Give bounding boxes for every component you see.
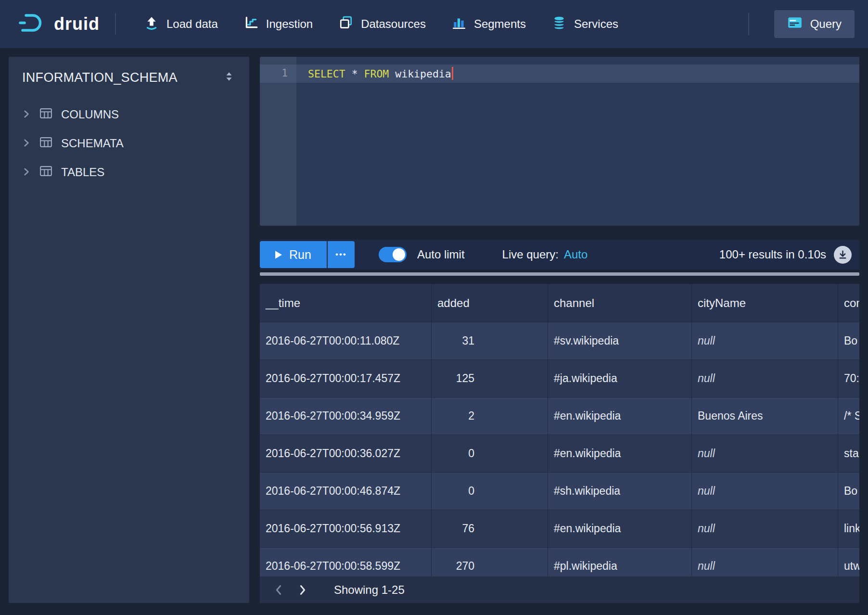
table-cell[interactable]: link [838,510,859,548]
chevron-right-icon [22,108,31,121]
column-header-channel[interactable]: channel [548,284,692,322]
table-cell[interactable]: 2016-06-27T00:00:56.913Z [260,510,432,548]
schema-sidebar: INFORMATION_SCHEMA [9,57,249,603]
tree-item-columns[interactable]: COLUMNS [22,100,236,129]
upload-icon [144,15,159,33]
query-icon [787,15,803,33]
toggle-knob [393,248,405,261]
tree-item-label: COLUMNS [61,108,119,121]
nav-label: Datasources [361,17,426,31]
table-row: 2016-06-27T00:00:36.027Z 0 #en.wikipedia… [260,435,859,473]
sql-identifier: wikipedia [395,68,451,80]
services-icon [552,15,566,33]
next-page-button[interactable] [291,578,315,602]
schema-title: INFORMATION_SCHEMA [22,70,178,85]
sql-keyword: SELECT [308,68,345,80]
live-query-value[interactable]: Auto [564,248,587,261]
sql-star: * [352,68,358,80]
ingestion-icon [244,15,258,33]
sql-editor[interactable]: 1 SELECT * FROM wikipedia [260,57,859,226]
table-cell[interactable]: sta [838,435,859,473]
run-button[interactable]: Run [260,241,327,268]
druid-logo[interactable]: druid [18,12,100,36]
chevron-right-icon [22,166,31,179]
sql-query-text: SELECT * FROM wikipedia [308,67,453,80]
live-query-label: Live query: [502,248,559,261]
previous-page-button[interactable] [267,578,291,602]
schema-selector[interactable]: INFORMATION_SCHEMA [22,68,236,87]
table-cell[interactable]: 2016-06-27T00:00:34.959Z [260,397,432,435]
nav-item-datasources[interactable]: Datasources [326,0,439,48]
table-cell[interactable]: null [692,322,838,360]
auto-limit-toggle[interactable] [379,247,407,262]
column-header-cityname[interactable]: cityName [692,284,838,322]
nav-item-ingestion[interactable]: Ingestion [231,0,326,48]
brand-name: druid [54,14,100,34]
double-caret-icon[interactable] [222,68,236,87]
nav-label: Query [810,17,842,31]
column-header-comment[interactable]: com [838,284,859,322]
table-row: 2016-06-27T00:00:17.457Z 125 #ja.wikiped… [260,360,859,397]
table-cell[interactable]: /* S [838,397,859,435]
line-number: 1 [260,67,288,79]
segments-icon [452,15,466,33]
table-cell[interactable]: #en.wikipedia [548,510,692,548]
nav-label: Segments [474,17,526,31]
run-toolbar: Run ••• Auto limit Live query: Auto 100+… [260,240,859,269]
table-cell[interactable]: 70: [838,360,859,397]
table-cell[interactable]: 2016-06-27T00:00:11.080Z [260,322,432,360]
table-cell[interactable]: 2016-06-27T00:00:46.874Z [260,473,432,510]
results-panel: __time added channel cityName com 2016-0… [260,284,859,603]
table-cell[interactable]: 76 [432,510,548,548]
schema-tree: COLUMNS SCHEMATA [22,100,236,187]
topbar-divider [115,13,116,35]
table-cell[interactable]: 2016-06-27T00:00:17.457Z [260,360,432,397]
run-button-label: Run [289,248,311,262]
table-cell[interactable]: 125 [432,360,548,397]
table-cell[interactable]: #ja.wikipedia [548,360,692,397]
showing-range-label: Showing 1-25 [334,583,405,597]
main-nav: Load data Ingestion Datasources [131,0,855,48]
results-summary: 100+ results in 0.10s [719,248,826,261]
tree-item-label: SCHEMATA [61,137,124,150]
table-cell[interactable]: null [692,360,838,397]
table-cell[interactable]: Bo [838,322,859,360]
table-cell[interactable]: 31 [432,322,548,360]
column-header-added[interactable]: added [432,284,548,322]
table-row: 2016-06-27T00:00:46.874Z 0 #sh.wikipedia… [260,473,859,510]
table-cell[interactable]: Bo [838,473,859,510]
tree-item-label: TABLES [61,166,104,179]
nav-label: Services [574,17,618,31]
table-cell[interactable]: 0 [432,473,548,510]
table-cell[interactable]: 0 [432,435,548,473]
column-header-time[interactable]: __time [260,284,432,322]
table-cell[interactable]: 2 [432,397,548,435]
nav-item-segments[interactable]: Segments [439,0,539,48]
table-cell[interactable]: 2016-06-27T00:00:36.027Z [260,435,432,473]
play-icon [275,248,282,262]
table-cell[interactable]: null [692,435,838,473]
sql-keyword: FROM [364,68,389,80]
nav-label: Load data [166,17,218,31]
table-cell[interactable]: null [692,473,838,510]
table-cell[interactable]: #en.wikipedia [548,435,692,473]
chevron-right-icon [22,137,31,150]
table-icon [39,136,52,151]
tree-item-schemata[interactable]: SCHEMATA [22,129,236,158]
table-cell[interactable]: Buenos Aires [692,397,838,435]
download-results-button[interactable] [834,246,852,264]
results-header-row: __time added channel cityName com [260,284,859,322]
text-cursor [452,67,453,80]
table-row: 2016-06-27T00:00:34.959Z 2 #en.wikipedia… [260,397,859,435]
table-cell[interactable]: #en.wikipedia [548,397,692,435]
table-cell[interactable]: #sh.wikipedia [548,473,692,510]
table-cell[interactable]: null [692,510,838,548]
query-workbench: 1 SELECT * FROM wikipedia Run ••• Auto l… [260,57,859,603]
tree-item-tables[interactable]: TABLES [22,158,236,187]
run-more-button[interactable]: ••• [328,241,355,268]
table-cell[interactable]: #sv.wikipedia [548,322,692,360]
nav-item-services[interactable]: Services [539,0,631,48]
nav-item-query[interactable]: Query [774,10,855,38]
druid-logo-icon [18,12,46,36]
nav-item-load-data[interactable]: Load data [131,0,231,48]
